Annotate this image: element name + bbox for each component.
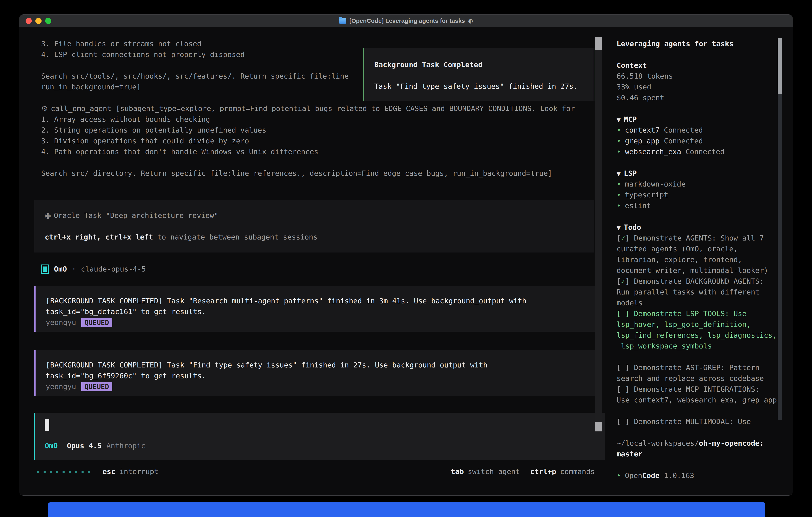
- statusbar-right: tab switch agent ctrl+p commands: [440, 466, 595, 477]
- bullet-icon: •: [617, 126, 621, 134]
- task-line: [BACKGROUND TASK COMPLETED] Task "Find t…: [46, 360, 488, 371]
- terminal-line: 4. Path operations that don't handle Win…: [41, 146, 609, 157]
- mcp-heading: MCP: [624, 115, 637, 124]
- hint-keys: ctrl+x right, ctrl+x left: [45, 233, 153, 241]
- half-circle-icon: ◐: [468, 18, 473, 24]
- blank-line: [617, 211, 788, 222]
- version-line: •OpenCode 1.0.163: [617, 470, 788, 481]
- spinner-dots-icon: ▪▪▪▪▪▪▪▪▪: [37, 468, 94, 474]
- tab-hint-group: tab switch agent: [451, 467, 520, 475]
- lsp-section-header[interactable]: ▼LSP: [617, 168, 788, 179]
- blank-line: [617, 157, 788, 168]
- oracle-task-title: ◉Oracle Task "Deep architecture review": [45, 210, 219, 221]
- oracle-title-text: Oracle Task "Deep architecture review": [54, 211, 219, 219]
- bullet-icon: •: [617, 180, 621, 188]
- commands-hint-group: ctrl+p commands: [530, 467, 595, 475]
- minimize-window-button[interactable]: [35, 18, 41, 24]
- gear-icon: ⚙: [41, 104, 48, 113]
- text-cursor: [45, 419, 49, 431]
- blank-line: [617, 459, 788, 470]
- maximize-window-button[interactable]: [45, 18, 51, 24]
- mcp-item: •grep_app Connected: [617, 136, 788, 146]
- window-title-group: [OpenCode] Leveraging agents for tasks ◐: [339, 18, 473, 24]
- main-chat-area: 3. File handles or streams not closed 4.…: [19, 27, 609, 495]
- todo-item-done: [✓] Demonstrate AGENTS: Show all 7: [617, 233, 788, 244]
- close-window-button[interactable]: [26, 18, 32, 24]
- traffic-lights: [26, 15, 51, 27]
- main-scrollbar[interactable]: [595, 37, 602, 431]
- todo-item-cont: models: [617, 298, 788, 308]
- todo-item-active-cont: lsp_workspace_symbols: [617, 341, 788, 351]
- blank-line: [41, 157, 609, 168]
- window-title: [OpenCode] Leveraging agents for tasks: [349, 18, 465, 24]
- todo-item-active-cont: lsp_find_references, lsp_diagnostics,: [617, 330, 788, 341]
- main-scrollbar-thumb-bottom[interactable]: [595, 422, 602, 431]
- todo-item-pending: [ ] Demonstrate MULTIMODAL: Use: [617, 416, 788, 427]
- lsp-item: •typescript: [617, 190, 788, 200]
- esc-key-label: interrupt: [119, 467, 158, 475]
- bullet-icon: •: [617, 137, 621, 145]
- main-scrollbar-thumb[interactable]: [595, 37, 602, 50]
- mcp-status: Connected: [681, 147, 724, 156]
- model-selector-row[interactable]: OmO Opus 4.5 Anthropic: [45, 440, 145, 451]
- statusbar-left: ▪▪▪▪▪▪▪▪▪ esc interrupt: [37, 466, 158, 477]
- task-line: task_id="bg_6f59260c" to get results.: [46, 371, 206, 381]
- check-icon: ✓: [621, 234, 626, 242]
- task-user: yeongyu: [46, 317, 76, 328]
- blank-line: [617, 405, 788, 416]
- mcp-status: Connected: [660, 126, 703, 134]
- lsp-name: typescript: [625, 191, 668, 199]
- titlebar: [OpenCode] Leveraging agents for tasks ◐: [19, 15, 793, 27]
- blank-line: [617, 49, 788, 60]
- lsp-heading: LSP: [624, 169, 637, 177]
- bullet-icon: •: [617, 147, 621, 156]
- context-used: 33% used: [617, 82, 788, 92]
- terminal-content: 3. File handles or streams not closed 4.…: [19, 27, 793, 495]
- ctrlp-key-hint: ctrl+p: [530, 467, 556, 475]
- background-task-toast[interactable]: Background Task Completed Task "Find typ…: [364, 48, 594, 101]
- terminal-line: 1. Array access without bounds checking: [41, 114, 609, 125]
- queued-badge: QUEUED: [81, 382, 112, 391]
- background-task-message: [BACKGROUND TASK COMPLETED] Task "Resear…: [34, 286, 595, 332]
- oracle-task-box: ◉Oracle Task "Deep architecture review" …: [34, 200, 594, 252]
- task-line: task_id="bg_dcfac161" to get results.: [46, 306, 206, 317]
- bullet-icon: •: [617, 471, 621, 480]
- prompt-input[interactable]: OmO Opus 4.5 Anthropic: [34, 413, 605, 460]
- bullet-icon: •: [617, 201, 621, 210]
- hint-text: to navigate between subagent sessions: [153, 233, 318, 241]
- background-window-strip: [48, 502, 765, 517]
- chevron-down-icon: ▼: [617, 117, 620, 123]
- tab-key-label: switch agent: [468, 467, 520, 475]
- workspace-repo: oh-my-opencode:: [699, 439, 764, 447]
- check-icon: ✓: [621, 277, 626, 285]
- todo-item-active-cont: lsp_hover, lsp_goto_definition,: [617, 319, 788, 330]
- bullet-icon: •: [617, 191, 621, 199]
- sidebar-scrollbar[interactable]: [778, 38, 782, 420]
- chevron-down-icon: ▼: [617, 171, 620, 177]
- terminal-line: 3. Division operations that could divide…: [41, 136, 609, 146]
- sidebar-title: Leveraging agents for tasks: [617, 38, 788, 49]
- mcp-name: websearch_exa: [625, 147, 681, 156]
- todo-item-cont: Use context7, websearch_exa, grep_app: [617, 394, 788, 405]
- blank-line: [617, 103, 788, 114]
- todo-item-cont: search and replace across codebase: [617, 373, 788, 384]
- tab-key-hint: tab: [451, 467, 464, 475]
- context-heading: Context: [617, 60, 788, 71]
- todo-item-cont: Run parallel tasks with different: [617, 287, 788, 298]
- version-name-dim: Open: [625, 471, 642, 480]
- agent-header: OmO · claude-opus-4-5: [41, 264, 146, 274]
- mcp-section-header[interactable]: ▼MCP: [617, 114, 788, 125]
- input-agent-name: OmO: [45, 442, 58, 450]
- terminal-line: 2. String operations on potentially unde…: [41, 125, 609, 136]
- sidebar-scrollbar-thumb[interactable]: [778, 38, 782, 94]
- mcp-item: •websearch_exa Connected: [617, 146, 788, 157]
- todo-section-header[interactable]: ▼Todo: [617, 222, 788, 233]
- input-model-name: Opus 4.5: [67, 442, 102, 450]
- agent-model: claude-opus-4-5: [81, 264, 146, 274]
- workspace-branch: master: [617, 448, 788, 459]
- sidebar: Leveraging agents for tasks Context 66,5…: [617, 38, 788, 481]
- lsp-name: eslint: [625, 201, 651, 210]
- app-window: [OpenCode] Leveraging agents for tasks ◐…: [19, 15, 793, 496]
- version-number: 1.0.163: [660, 471, 694, 480]
- todo-item-cont: curated agents (OmO, oracle,: [617, 244, 788, 254]
